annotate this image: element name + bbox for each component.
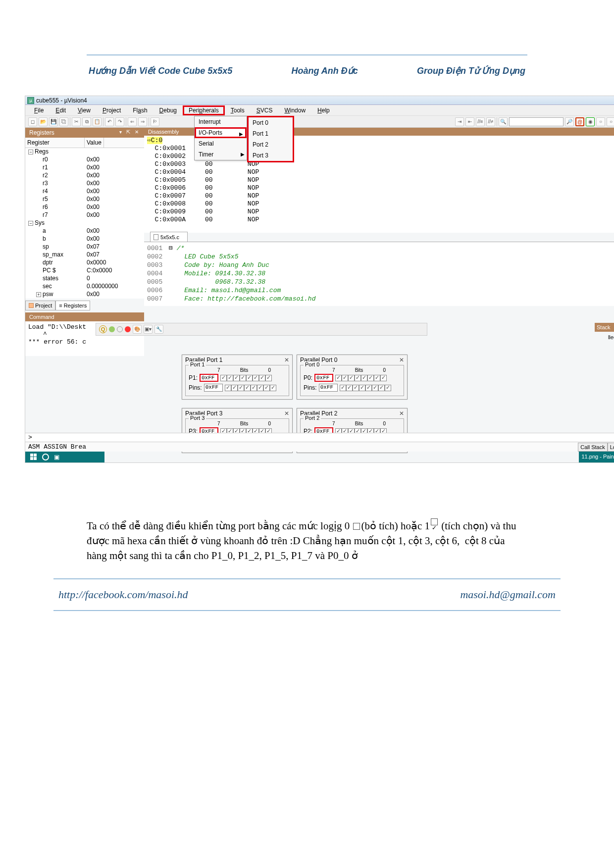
tab-registers[interactable]: ≡Registers	[55, 301, 90, 310]
bit-checkbox[interactable]	[380, 375, 387, 381]
taskview-icon[interactable]: ▣	[54, 454, 59, 460]
bit-checkbox[interactable]	[259, 375, 265, 381]
register-row[interactable]: r10x00	[25, 164, 144, 172]
bit-checkbox[interactable]	[367, 375, 374, 381]
search-input[interactable]	[509, 117, 563, 126]
bit-checkbox[interactable]	[244, 385, 251, 391]
close-icon[interactable]: ✕	[399, 357, 404, 363]
windows-taskbar[interactable]: ▣	[25, 452, 104, 462]
bit-checkbox[interactable]	[238, 385, 244, 391]
config3-icon[interactable]: ○	[607, 117, 614, 126]
wrench-icon[interactable]: 🔧	[154, 325, 163, 334]
comment-icon[interactable]: //≡	[476, 117, 485, 126]
panel-controls[interactable]: ▾ ⇱ ✕	[119, 129, 140, 136]
close-icon[interactable]: ✕	[284, 410, 289, 417]
new-icon[interactable]: ◻	[28, 117, 37, 126]
submenu-port2[interactable]: Port 2	[249, 139, 293, 150]
register-row[interactable]: r00x00	[25, 156, 144, 164]
grey-dot-icon[interactable]	[117, 326, 123, 332]
bit-checkbox[interactable]	[220, 375, 227, 381]
outdent-icon[interactable]: ⇤	[465, 117, 474, 126]
register-row[interactable]: r50x00	[25, 196, 144, 204]
bit-checkbox[interactable]	[353, 385, 359, 391]
dropdown-serial[interactable]: Serial	[195, 138, 247, 149]
bit-checkbox[interactable]	[374, 375, 380, 381]
bit-checkbox[interactable]	[335, 375, 342, 381]
register-row[interactable]: PC $C:0x0000	[25, 267, 144, 275]
register-row[interactable]: sec0.00000000	[25, 283, 144, 291]
red-dot-icon[interactable]	[125, 326, 131, 332]
bit-checkbox[interactable]	[253, 375, 259, 381]
bit-checkbox[interactable]	[227, 375, 233, 381]
bit-checkbox[interactable]	[231, 385, 238, 391]
bookmark-icon[interactable]: 🏳	[151, 117, 159, 126]
dropdown-timer[interactable]: Timer▶	[195, 149, 247, 160]
editor-tab[interactable]: 5x5x5.c	[150, 232, 188, 242]
menu-edit[interactable]: Edit	[50, 105, 72, 115]
tab-locals[interactable]: Lo	[608, 443, 614, 452]
code-editor[interactable]: 0001⊟ /* 0002 LED Cube 5x5x5 0003 Code b…	[144, 242, 614, 306]
green-dot-icon[interactable]	[109, 326, 115, 332]
nav-back-icon[interactable]: ⇐	[128, 117, 137, 126]
find2-icon[interactable]: 🔎	[565, 117, 574, 126]
port-hex-input[interactable]: 0xFF	[200, 374, 218, 382]
windows-start-icon[interactable]	[30, 454, 37, 460]
cut-icon[interactable]: ✂	[72, 117, 81, 126]
nav-fwd-icon[interactable]: ⇒	[138, 117, 147, 126]
taskbar-paint-button[interactable]: 11.png - Paint	[579, 452, 614, 462]
register-row[interactable]: r20x00	[25, 172, 144, 180]
bit-checkbox[interactable]	[265, 375, 272, 381]
bit-checkbox[interactable]	[225, 385, 231, 391]
bit-checkbox[interactable]	[240, 375, 246, 381]
register-row[interactable]: sp_max0x07	[25, 251, 144, 259]
menu-debug[interactable]: Debug	[154, 105, 183, 115]
close-icon[interactable]: ✕	[399, 410, 404, 417]
uncomment-icon[interactable]: //≠	[486, 117, 495, 126]
zoom-icon[interactable]: Q	[99, 325, 107, 333]
submenu-port3[interactable]: Port 3	[249, 150, 293, 161]
submenu-port1[interactable]: Port 1	[249, 128, 293, 139]
bit-checkbox[interactable]	[233, 375, 240, 381]
menu-tools[interactable]: Tools	[225, 105, 251, 115]
register-row[interactable]: +psw0x00	[25, 291, 144, 299]
bit-checkbox[interactable]	[342, 375, 348, 381]
port-hex-input[interactable]: 0xFF	[314, 374, 333, 382]
bit-checkbox[interactable]	[251, 385, 257, 391]
target-icon[interactable]: @	[575, 117, 584, 126]
window-icon[interactable]: ▣▾	[144, 325, 153, 334]
menu-file[interactable]: File	[28, 105, 50, 115]
register-row[interactable]: r30x00	[25, 180, 144, 188]
config-icon[interactable]: ◉	[586, 117, 595, 126]
copy-icon[interactable]: ⧉	[82, 117, 91, 126]
tab-callstack[interactable]: Call Stack	[578, 443, 608, 452]
register-row[interactable]: r40x00	[25, 188, 144, 196]
bit-checkbox[interactable]	[355, 375, 361, 381]
save-icon[interactable]: 💾	[49, 117, 58, 126]
bit-checkbox[interactable]	[270, 385, 276, 391]
tab-project[interactable]: Project	[25, 301, 55, 310]
config2-icon[interactable]: ○	[596, 117, 605, 126]
close-icon[interactable]: ✕	[284, 357, 289, 363]
save-all-icon[interactable]: ⿻	[59, 117, 68, 126]
menu-svcs[interactable]: SVCS	[251, 105, 279, 115]
menu-project[interactable]: Project	[97, 105, 127, 115]
menu-help[interactable]: Help	[311, 105, 336, 115]
dropdown-interrupt[interactable]: Interrupt	[195, 116, 247, 127]
redo-icon[interactable]: ↷	[115, 117, 124, 126]
bit-checkbox[interactable]	[365, 385, 372, 391]
indent-icon[interactable]: ⇥	[455, 117, 464, 126]
register-row[interactable]: dptr0x0000	[25, 259, 144, 267]
menu-flash[interactable]: Flash	[127, 105, 153, 115]
pins-hex-input[interactable]: 0xFF	[319, 384, 338, 392]
menu-peripherals[interactable]: Peripherals	[183, 105, 225, 115]
register-row[interactable]: states0	[25, 275, 144, 283]
undo-icon[interactable]: ↶	[105, 117, 114, 126]
register-row[interactable]: a0x00	[25, 227, 144, 235]
register-row[interactable]: r70x00	[25, 211, 144, 219]
menu-view[interactable]: View	[72, 105, 97, 115]
bit-checkbox[interactable]	[385, 385, 391, 391]
pins-hex-input[interactable]: 0xFF	[204, 384, 223, 392]
find-icon[interactable]: 🔍	[499, 117, 508, 126]
command-prompt[interactable]: >	[25, 433, 614, 442]
bit-checkbox[interactable]	[263, 385, 270, 391]
